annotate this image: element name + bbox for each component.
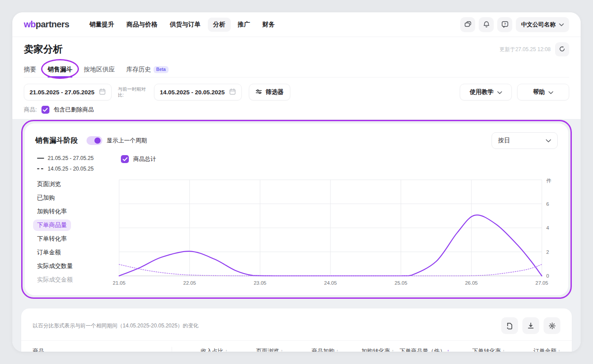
chat-button[interactable] [460,17,475,32]
products-total-checkbox-row[interactable]: 商品总计 [121,155,156,163]
help-dropdown[interactable]: 帮助 [517,84,569,100]
column-label: 下单转化率 [472,347,501,352]
include-deleted-checkbox[interactable] [41,106,49,114]
products-total-checkbox[interactable] [121,155,129,163]
stage-label: 加购转化率 [33,206,71,217]
app-window: wbpartners 销量提升 商品与价格 供货与订单 分析 推广 财务 [12,12,581,352]
tutorial-label: 使用教学 [470,88,494,96]
nav-item-sales-boost[interactable]: 销量提升 [84,18,120,32]
column-label: 商品 [33,347,44,352]
export-report-button[interactable] [501,317,518,334]
help-label: 帮助 [533,88,545,96]
download-icon [527,322,534,329]
chevron-down-icon [497,89,502,96]
chevron-down-icon [546,137,551,144]
stage-order-amount[interactable]: 订单金额 [37,245,119,259]
column-ordered-items[interactable]: 下单商品量（件） ↑ [394,347,450,352]
funnel-chart-card: 销售漏斗阶段 显示上一个周期 按日 [25,123,568,295]
stage-label: 下单转化率 [33,233,71,245]
nav-item-goods-prices[interactable]: 商品与价格 [121,18,163,32]
stage-added-to-cart[interactable]: 已加购 [37,191,119,204]
document-icon [506,322,513,330]
chart-legend: 21.05.25 - 27.05.25 14.05.25 - 20.05.25 [35,155,119,172]
legend-previous-period: 14.05.25 - 20.05.25 [37,166,119,172]
calendar-icon [99,88,106,97]
line-chart-svg: 21.0522.0523.0524.0525.0526.0527.050246件 [119,176,558,287]
tab-label: 库存历史 [126,66,151,74]
tab-label: 按地区供应 [84,66,115,74]
stage-page-views[interactable]: 页面浏览 [37,177,119,191]
page-header-section: 卖家分析 更新于27.05.25 12:08 摘要 销售漏斗 按地区供应 [12,37,581,119]
stage-cart-conversion[interactable]: 加购转化率 [37,204,119,218]
column-label: 页面浏览 [256,347,279,352]
svg-text:25.05: 25.05 [394,280,407,286]
stage-label: 页面浏览 [33,178,65,190]
help-icon: ? [501,21,509,28]
legend-label: 14.05.25 - 20.05.25 [48,166,94,172]
funnel-stage-list: 页面浏览 已加购 加购转化率 下单商品量 下单转化率 订单金额 实际成交数量 实… [35,176,119,289]
column-cart-conversion[interactable]: 加购转化率 ↑ [338,347,394,352]
nav-item-supply-orders[interactable]: 供货与订单 [165,18,206,32]
products-table-header: 商品 收入占比 ↑ 页面浏览 ↑ 商品加购 ↑ 加购转化率 ↑ [21,340,572,352]
column-label: 收入占比 [201,347,224,352]
products-label: 商品: [24,106,37,114]
nav-item-finance[interactable]: 财务 [257,18,280,32]
tab-stock-history[interactable]: 库存历史 Beta [126,62,169,77]
period-value: 21.05.2025 - 27.05.2025 [30,89,94,96]
refresh-button[interactable] [555,42,569,56]
stage-label: 订单金额 [33,247,65,258]
stage-ordered-items[interactable]: 下单商品量 [37,218,119,232]
toggle-knob [94,137,101,144]
company-selector[interactable]: 中文公司名称 [516,17,569,32]
calendar-icon [229,88,236,97]
stage-actual-sales-amount[interactable]: 实际成交金额 [37,273,119,286]
tab-summary[interactable]: 摘要 [24,62,36,77]
top-navigation-bar: wbpartners 销量提升 商品与价格 供货与订单 分析 推广 财务 [12,12,581,37]
stage-actual-sales-qty[interactable]: 实际成交数量 [37,259,119,273]
gear-icon [548,322,556,330]
nav-item-promotion[interactable]: 推广 [233,18,255,32]
compare-period-value: 14.05.2025 - 20.05.2025 [160,89,225,96]
include-deleted-label: 包含已删除商品 [54,106,94,114]
tab-supply-by-region[interactable]: 按地区供应 [84,62,115,77]
download-button[interactable] [522,317,539,334]
svg-text:27.05: 27.05 [536,280,548,286]
legend-label: 21.05.25 - 27.05.25 [48,155,94,161]
column-order-amount[interactable]: 订单金额 ↑ [505,347,560,352]
wbpartners-logo[interactable]: wbpartners [24,19,69,30]
filters-button[interactable]: 筛选器 [249,84,290,100]
products-filter-row: 商品: 包含已删除商品 [24,106,569,114]
active-tab-underline [48,76,72,78]
column-label: 订单金额 [533,347,556,352]
tutorial-dropdown[interactable]: 使用教学 [460,84,512,100]
svg-text:24.05: 24.05 [324,280,337,286]
content-area: 销售漏斗阶段 显示上一个周期 按日 [12,119,581,352]
svg-text:6: 6 [546,201,549,207]
stage-label: 下单商品量 [33,219,71,231]
support-button[interactable]: ? [497,17,512,32]
stage-order-conversion[interactable]: 下单转化率 [37,232,119,245]
main-nav: 销量提升 商品与价格 供货与订单 分析 推广 财务 [84,18,280,32]
chevron-down-icon [559,21,564,28]
compare-date-picker[interactable]: 14.05.2025 - 20.05.2025 [154,84,242,100]
toggle-switch[interactable] [86,136,102,145]
column-order-conversion[interactable]: 下单转化率 ↑ [450,347,505,352]
notifications-button[interactable] [479,17,494,32]
column-added-to-cart[interactable]: 商品加购 ↑ [283,347,338,352]
company-name: 中文公司名称 [521,21,555,29]
table-settings-button[interactable] [544,317,560,334]
annotation-rectangle: 销售漏斗阶段 显示上一个周期 按日 [21,120,572,299]
line-chart[interactable]: 21.0522.0523.0524.0525.0526.0527.050246件 [119,176,558,289]
svg-text:26.05: 26.05 [465,280,478,286]
column-product[interactable]: 商品 [33,347,172,352]
previous-period-toggle[interactable]: 显示上一个周期 [86,136,147,145]
stage-label: 已加购 [33,192,59,204]
column-revenue-share[interactable]: 收入占比 ↑ [172,347,228,352]
granularity-select[interactable]: 按日 [492,132,558,149]
solid-line-icon [37,158,44,159]
column-page-views[interactable]: 页面浏览 ↑ [228,347,283,352]
nav-item-analytics[interactable]: 分析 [208,18,231,32]
tab-sales-funnel[interactable]: 销售漏斗 [48,62,72,77]
period-date-picker[interactable]: 21.05.2025 - 27.05.2025 [24,84,112,100]
analytics-tabs: 摘要 销售漏斗 按地区供应 库存历史 Beta [24,62,569,78]
